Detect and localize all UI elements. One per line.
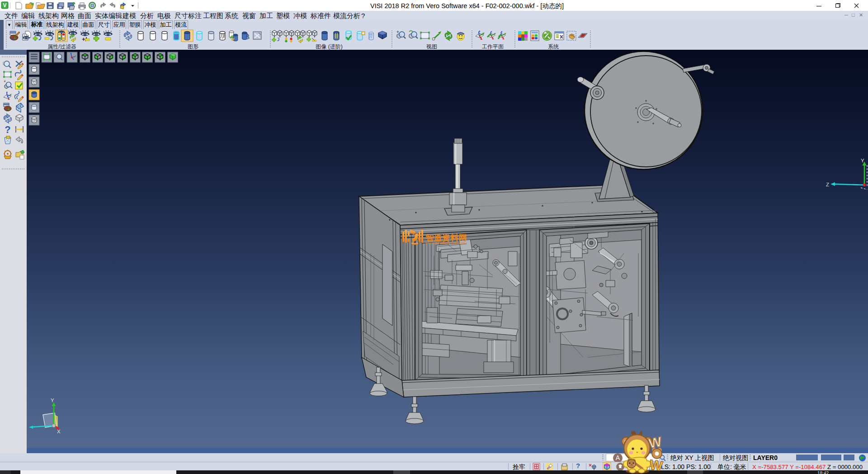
svg-text:Y: Y (861, 158, 864, 163)
svg-text:V: V (3, 2, 6, 9)
svg-text:Y: Y (51, 398, 54, 403)
svg-text:智造资料网: 智造资料网 (425, 233, 467, 242)
svg-text:+: + (4, 79, 6, 84)
svg-text:+: + (396, 29, 399, 34)
svg-text:INTELLIGENT MANUFACTURING DATA: INTELLIGENT MANUFACTURING DATA (425, 242, 466, 245)
svg-text:Z: Z (826, 182, 829, 187)
svg-text:?: ? (5, 124, 10, 135)
svg-text:X: X (57, 429, 61, 434)
